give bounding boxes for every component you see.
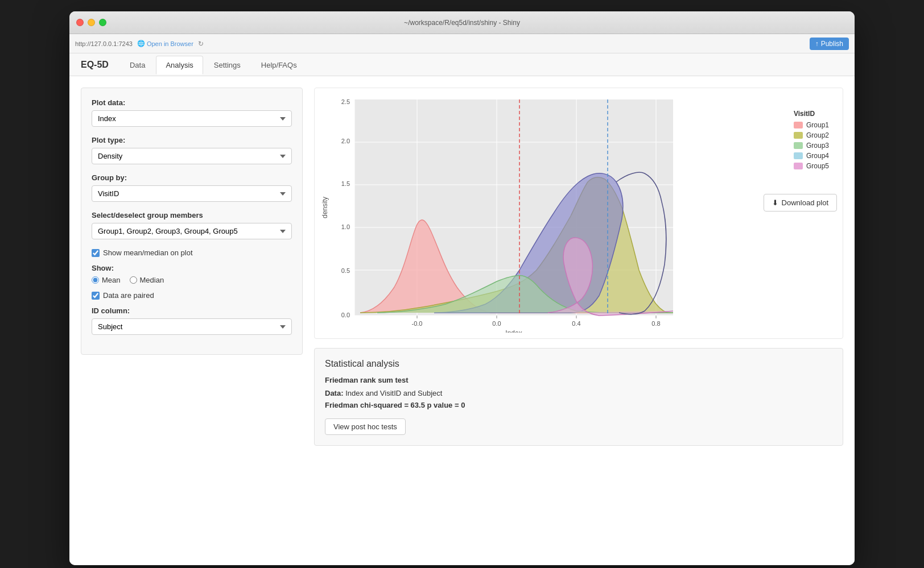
refresh-icon[interactable]: ↻	[198, 40, 204, 48]
traffic-lights	[76, 19, 106, 26]
median-label: Median	[140, 276, 164, 284]
browser-icon: 🌐	[137, 40, 145, 47]
median-radio[interactable]	[130, 276, 137, 284]
svg-text:1.5: 1.5	[341, 180, 350, 187]
legend-item-group4: Group4	[794, 152, 829, 160]
stats-panel: Statistical analysis Friedman rank sum t…	[314, 348, 843, 446]
stats-data-row: Data: Index and VisitID and Subject	[325, 389, 832, 397]
show-mean-median-checkbox[interactable]	[92, 249, 100, 257]
id-column-label: ID column:	[92, 306, 292, 315]
svg-text:0.5: 0.5	[341, 267, 350, 274]
group-members-select[interactable]: Group1, Group2, Group3, Group4, Group5	[92, 223, 292, 239]
svg-text:2.5: 2.5	[341, 98, 350, 105]
plot-type-label: Plot type:	[92, 136, 292, 144]
legend-item-group3: Group3	[794, 142, 829, 150]
main-content: Plot data: Index VAS Dimension Plot type…	[69, 76, 855, 565]
svg-text:0.8: 0.8	[651, 320, 660, 327]
show-mean-median-group: Show mean/median on plot	[92, 248, 292, 257]
plot-container: 0.0 0.5 1.0 1.5 2.0 2.5 density -0.0 0.0…	[314, 88, 843, 339]
download-icon: ⬇	[772, 198, 778, 207]
group-members-label: Select/deselect group members	[92, 211, 292, 219]
svg-text:Index: Index	[505, 329, 522, 333]
data-paired-checkbox[interactable]	[92, 292, 100, 300]
svg-text:-0.0: -0.0	[412, 320, 423, 327]
plot-type-group: Plot type: Density Violin Box Bar	[92, 136, 292, 164]
publish-icon: ↑	[815, 40, 819, 48]
legend-color-group5	[794, 163, 803, 169]
show-mean-median-label: Show mean/median on plot	[103, 248, 193, 257]
legend-item-group1: Group1	[794, 121, 829, 129]
plot-data-group: Plot data: Index VAS Dimension	[92, 98, 292, 127]
legend-color-group1	[794, 122, 803, 128]
stats-title: Statistical analysis	[325, 359, 832, 369]
svg-text:2.0: 2.0	[341, 138, 350, 144]
mean-option: Mean	[92, 276, 121, 284]
legend-color-group2	[794, 132, 803, 139]
legend-title: VisitID	[794, 110, 829, 118]
legend-color-group4	[794, 152, 803, 159]
data-paired-label: Data are paired	[103, 291, 154, 300]
url-display: http://127.0.0.1:7243	[75, 40, 133, 47]
tab-settings[interactable]: Settings	[204, 56, 250, 74]
svg-text:0.4: 0.4	[572, 320, 580, 327]
density-chart: 0.0 0.5 1.0 1.5 2.0 2.5 density -0.0 0.0…	[320, 94, 707, 333]
stats-data-value: Index and VisitID and Subject	[345, 389, 442, 397]
open-in-browser-button[interactable]: 🌐 Open in Browser	[137, 40, 193, 47]
legend-label-group2: Group2	[806, 131, 829, 139]
group-by-select[interactable]: VisitID None	[92, 185, 292, 202]
close-button[interactable]	[76, 19, 84, 26]
plot-area: 0.0 0.5 1.0 1.5 2.0 2.5 density -0.0 0.0…	[320, 94, 837, 333]
legend-label-group3: Group3	[806, 142, 829, 150]
app-window: ~/workspace/R/eq5d/inst/shiny - Shiny ht…	[69, 11, 855, 565]
id-column-group: ID column: Subject PatientID	[92, 306, 292, 335]
legend-box: VisitID Group1 Group2 Grou	[786, 105, 837, 177]
group-members-group: Select/deselect group members Group1, Gr…	[92, 211, 292, 239]
show-radio-group: Mean Median	[92, 276, 292, 284]
svg-text:0.0: 0.0	[492, 320, 501, 327]
minimize-button[interactable]	[88, 19, 95, 26]
download-plot-button[interactable]: ⬇ Download plot	[764, 194, 837, 212]
chart-wrapper: 0.0 0.5 1.0 1.5 2.0 2.5 density -0.0 0.0…	[320, 94, 758, 333]
plot-data-label: Plot data:	[92, 98, 292, 107]
show-label: Show:	[92, 264, 292, 272]
group-by-label: Group by:	[92, 173, 292, 182]
stats-subtitle: Friedman rank sum test	[325, 376, 832, 384]
legend-label-group5: Group5	[806, 162, 829, 170]
data-paired-group: Data are paired	[92, 291, 292, 300]
titlebar: ~/workspace/R/eq5d/inst/shiny - Shiny	[69, 11, 855, 34]
tab-data[interactable]: Data	[120, 56, 155, 74]
left-panel: Plot data: Index VAS Dimension Plot type…	[81, 88, 303, 554]
chart-legend-area: VisitID Group1 Group2 Grou	[764, 94, 837, 212]
window-title: ~/workspace/R/eq5d/inst/shiny - Shiny	[404, 19, 520, 27]
stats-result-row: Friedman chi-squared = 63.5 p value = 0	[325, 401, 832, 409]
svg-text:0.0: 0.0	[341, 312, 350, 318]
app-title: EQ-5D	[81, 60, 109, 70]
maximize-button[interactable]	[99, 19, 106, 26]
svg-text:density: density	[321, 197, 329, 218]
median-option: Median	[130, 276, 164, 284]
browserbar: http://127.0.0.1:7243 🌐 Open in Browser …	[69, 34, 855, 53]
legend-item-group2: Group2	[794, 131, 829, 139]
legend-color-group3	[794, 142, 803, 149]
legend-item-group5: Group5	[794, 162, 829, 170]
show-section: Show: Mean Median	[92, 264, 292, 284]
publish-button[interactable]: ↑ Publish	[810, 38, 849, 50]
legend-label-group1: Group1	[806, 121, 829, 129]
plot-data-select[interactable]: Index VAS Dimension	[92, 110, 292, 127]
navbar: EQ-5D Data Analysis Settings Help/FAQs	[69, 53, 855, 76]
plot-type-select[interactable]: Density Violin Box Bar	[92, 148, 292, 164]
legend-label-group4: Group4	[806, 152, 829, 160]
id-column-select[interactable]: Subject PatientID	[92, 318, 292, 335]
tab-analysis[interactable]: Analysis	[156, 56, 203, 74]
group-by-group: Group by: VisitID None	[92, 173, 292, 202]
right-panel: 0.0 0.5 1.0 1.5 2.0 2.5 density -0.0 0.0…	[314, 88, 843, 554]
tab-help[interactable]: Help/FAQs	[251, 56, 307, 74]
stats-result-text: Friedman chi-squared = 63.5 p value = 0	[325, 401, 465, 409]
stats-data-label: Data:	[325, 389, 344, 397]
control-box: Plot data: Index VAS Dimension Plot type…	[81, 88, 303, 355]
mean-label: Mean	[102, 276, 121, 284]
svg-text:1.0: 1.0	[341, 223, 350, 230]
mean-radio[interactable]	[92, 276, 99, 284]
view-posthoc-button[interactable]: View post hoc tests	[325, 418, 406, 435]
